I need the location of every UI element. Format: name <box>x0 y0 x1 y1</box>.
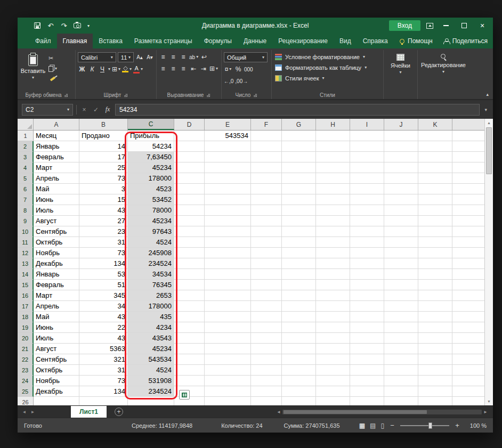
zoom-out-button[interactable]: − <box>389 421 395 429</box>
align-left-button[interactable]: ≡ <box>159 64 167 74</box>
cell-G11[interactable] <box>282 237 316 248</box>
column-header-A[interactable]: A <box>34 119 79 130</box>
cell-J2[interactable] <box>384 141 418 152</box>
zoom-in-button[interactable]: + <box>454 421 460 429</box>
cancel-entry-button[interactable]: × <box>80 106 88 113</box>
cell-G18[interactable] <box>282 312 316 322</box>
view-normal-button[interactable]: ▦ <box>359 422 365 429</box>
row-header-10[interactable]: 10 <box>18 226 34 237</box>
cell-H22[interactable] <box>316 354 350 365</box>
cell-J10[interactable] <box>384 226 418 237</box>
cell-K20[interactable] <box>418 333 452 344</box>
cell-I24[interactable] <box>350 376 384 386</box>
cell-A20[interactable]: Июль <box>34 333 79 344</box>
cell-C19[interactable]: 4234 <box>128 322 174 333</box>
cell-A7[interactable]: Июнь <box>34 194 79 205</box>
cell-K23[interactable] <box>418 365 452 376</box>
column-header-C[interactable]: C <box>128 119 174 130</box>
row-header-7[interactable]: 7 <box>18 194 34 205</box>
grow-font-button[interactable]: А▴ <box>135 53 144 62</box>
sign-in-button[interactable]: Вход <box>389 20 420 31</box>
cell-I9[interactable] <box>350 216 384 226</box>
cell-J15[interactable] <box>384 280 418 290</box>
cell-I10[interactable] <box>350 226 384 237</box>
align-top-button[interactable]: ≡ <box>159 52 167 62</box>
cell-B13[interactable]: 134 <box>79 258 128 269</box>
cell-J11[interactable] <box>384 237 418 248</box>
cell-H12[interactable] <box>316 248 350 258</box>
cell-G6[interactable] <box>282 184 316 194</box>
tab-help[interactable]: Справка <box>357 34 394 48</box>
cell-I20[interactable] <box>350 333 384 344</box>
cell-B6[interactable]: 3 <box>79 184 128 194</box>
cell-F13[interactable] <box>251 258 282 269</box>
cell-B10[interactable]: 23 <box>79 226 128 237</box>
merge-center-button[interactable]: ⊞▾ <box>209 64 218 74</box>
cell-F5[interactable] <box>251 173 282 184</box>
vertical-scroll-thumb[interactable] <box>486 127 492 174</box>
cell-J9[interactable] <box>384 216 418 226</box>
cell-C18[interactable]: 435 <box>128 312 174 322</box>
cell-G17[interactable] <box>282 301 316 312</box>
horizontal-scroll-thumb[interactable] <box>284 410 427 414</box>
cell-H14[interactable] <box>316 269 350 280</box>
cell-D18[interactable] <box>174 312 205 322</box>
cell-G19[interactable] <box>282 322 316 333</box>
cell-K3[interactable] <box>418 152 452 162</box>
cell-D17[interactable] <box>174 301 205 312</box>
cell-F9[interactable] <box>251 216 282 226</box>
format-painter-button[interactable] <box>48 75 57 83</box>
cell-D21[interactable] <box>174 344 205 354</box>
cell-A18[interactable]: Май <box>34 312 79 322</box>
cell-C15[interactable]: 76345 <box>128 280 174 290</box>
cell-C6[interactable]: 4523 <box>128 184 174 194</box>
cell-H16[interactable] <box>316 290 350 301</box>
cell-E17[interactable] <box>205 301 251 312</box>
cell-B8[interactable]: 43 <box>79 205 128 216</box>
font-dialog-launcher[interactable] <box>124 93 128 97</box>
cell-K19[interactable] <box>418 322 452 333</box>
cell-G5[interactable] <box>282 173 316 184</box>
cell-G21[interactable] <box>282 344 316 354</box>
cell-B1[interactable]: Продано <box>79 131 128 141</box>
cell-I18[interactable] <box>350 312 384 322</box>
align-right-button[interactable]: ≡ <box>179 64 188 74</box>
cell-G16[interactable] <box>282 290 316 301</box>
paste-button[interactable]: Вставить ▾ <box>21 52 45 91</box>
formula-input[interactable]: 54234 <box>115 104 480 116</box>
cell-E16[interactable] <box>205 290 251 301</box>
align-center-button[interactable]: ≡ <box>169 64 177 74</box>
cell-B21[interactable]: 5363 <box>79 344 128 354</box>
cell-E23[interactable] <box>205 365 251 376</box>
cell-D2[interactable] <box>174 141 205 152</box>
font-size-select[interactable]: 11▾ <box>118 52 134 62</box>
italic-button[interactable]: К <box>88 64 96 74</box>
camera-button[interactable] <box>71 20 83 31</box>
row-header-21[interactable]: 21 <box>18 344 34 354</box>
cell-J19[interactable] <box>384 322 418 333</box>
cell-C17[interactable]: 178000 <box>128 301 174 312</box>
horizontal-scroll-track[interactable] <box>282 410 482 414</box>
row-header-14[interactable]: 14 <box>18 269 34 280</box>
cell-G12[interactable] <box>282 248 316 258</box>
cell-E3[interactable] <box>205 152 251 162</box>
decrease-indent-button[interactable]: ⇤ <box>189 64 198 74</box>
orientation-button[interactable]: ab▾ <box>189 52 198 62</box>
cell-D13[interactable] <box>174 258 205 269</box>
cell-G7[interactable] <box>282 194 316 205</box>
cut-button[interactable]: ✂ <box>48 54 57 62</box>
cell-G15[interactable] <box>282 280 316 290</box>
cell-B4[interactable]: 25 <box>79 162 128 173</box>
cell-D11[interactable] <box>174 237 205 248</box>
cell-A15[interactable]: Февраль <box>34 280 79 290</box>
cell-G2[interactable] <box>282 141 316 152</box>
insert-function-button[interactable]: fx <box>103 105 112 113</box>
undo-button[interactable]: ↶ <box>45 20 56 31</box>
cell-C2[interactable]: 54234 <box>128 141 174 152</box>
cell-A21[interactable]: Август <box>34 344 79 354</box>
row-header-13[interactable]: 13 <box>18 258 34 269</box>
tab-data[interactable]: Данные <box>238 34 272 48</box>
cell-C3[interactable]: 7,63450 <box>128 152 174 162</box>
align-middle-button[interactable]: ≡ <box>169 52 177 62</box>
cell-B25[interactable]: 134 <box>79 386 128 397</box>
